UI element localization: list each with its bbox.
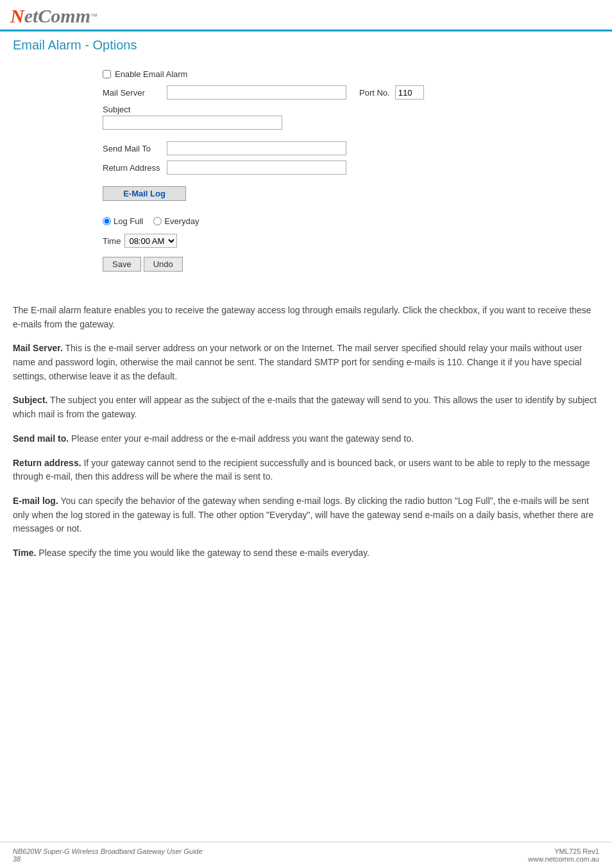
- desc-6-text: Please specify the time you would like t…: [38, 548, 370, 558]
- port-input[interactable]: [395, 85, 424, 100]
- everyday-radio[interactable]: [153, 217, 162, 225]
- send-mail-row: Send Mail To: [103, 141, 599, 155]
- mail-server-label: Mail Server: [103, 88, 167, 98]
- return-address-row: Return Address: [103, 161, 599, 175]
- form-area: Enable Email Alarm Mail Server Port No. …: [26, 63, 599, 278]
- desc-2-text: The subject you enter will appear as the…: [13, 395, 597, 419]
- log-full-option[interactable]: Log Full: [103, 216, 143, 226]
- email-log-button[interactable]: E-Mail Log: [103, 186, 186, 201]
- footer-left: NB620W Super-G Wireless Broadband Gatewa…: [13, 847, 203, 863]
- page-title-bar: Email Alarm - Options: [0, 31, 612, 56]
- everyday-label: Everyday: [164, 216, 199, 226]
- desc-para-0: The E-mail alarm feature enables you to …: [13, 304, 599, 331]
- main-content: Enable Email Alarm Mail Server Port No. …: [0, 56, 612, 304]
- desc-5-prefix: E-mail log.: [13, 496, 58, 506]
- desc-para-5: E-mail log. You can specify the behavior…: [13, 494, 599, 536]
- desc-4-text: If your gateway cannot send to the recip…: [13, 458, 590, 482]
- desc-1-text: This is the e-mail server address on you…: [13, 343, 582, 381]
- return-address-label: Return Address: [103, 163, 167, 173]
- logo: NetComm ™: [10, 5, 98, 27]
- subject-row: Subject: [103, 105, 599, 130]
- mail-server-input[interactable]: [167, 85, 346, 100]
- btn-row: Save Undo: [103, 257, 599, 272]
- enable-label: Enable Email Alarm: [115, 69, 187, 79]
- radio-row: Log Full Everyday: [103, 216, 599, 226]
- logo-n: N: [10, 5, 24, 26]
- subject-label: Subject: [103, 105, 167, 114]
- desc-para-6: Time. Please specify the time you would …: [13, 546, 599, 560]
- footer: NB620W Super-G Wireless Broadband Gatewa…: [0, 842, 612, 868]
- desc-3-prefix: Send mail to.: [13, 433, 69, 444]
- desc-para-4: Return address. If your gateway cannot s…: [13, 456, 599, 484]
- enable-row: Enable Email Alarm: [103, 69, 599, 79]
- desc-4-prefix: Return address.: [13, 458, 81, 468]
- logo-rest: etComm: [24, 5, 90, 26]
- logo-tm: ™: [90, 12, 98, 20]
- return-address-input[interactable]: [167, 161, 346, 175]
- mail-server-row: Mail Server Port No.: [103, 85, 599, 100]
- desc-6-prefix: Time.: [13, 548, 36, 558]
- description-section: The E-mail alarm feature enables you to …: [0, 304, 612, 584]
- log-full-radio[interactable]: [103, 217, 111, 225]
- email-log-section: E-Mail Log: [103, 186, 599, 209]
- footer-page-number: 38: [13, 855, 203, 863]
- desc-para-3: Send mail to. Please enter your e-mail a…: [13, 432, 599, 446]
- desc-2-prefix: Subject.: [13, 395, 47, 405]
- desc-5-text: You can specify the behavior of the gate…: [13, 496, 593, 534]
- desc-3-text: Please enter your e-mail address or the …: [71, 433, 414, 444]
- footer-right: YML725 Rev1 www.netcomm.com.au: [528, 847, 599, 863]
- footer-guide-title: NB620W Super-G Wireless Broadband Gatewa…: [13, 847, 203, 855]
- desc-para-2: Subject. The subject you enter will appe…: [13, 394, 599, 421]
- save-button[interactable]: Save: [103, 257, 141, 272]
- footer-revision: YML725 Rev1: [528, 847, 599, 855]
- radio-group: Log Full Everyday: [103, 216, 199, 226]
- page-title: Email Alarm - Options: [13, 38, 599, 53]
- send-mail-label: Send Mail To: [103, 144, 167, 153]
- desc-0-text: The E-mail alarm feature enables you to …: [13, 305, 591, 329]
- send-mail-input[interactable]: [167, 141, 346, 155]
- time-row: Time 08:00 AM 09:00 AM 10:00 AM 11:00 AM…: [103, 234, 599, 248]
- enable-checkbox[interactable]: [103, 70, 111, 78]
- header: NetComm ™: [0, 0, 612, 31]
- desc-1-prefix: Mail Server.: [13, 343, 63, 353]
- subject-input[interactable]: [103, 116, 282, 130]
- time-select[interactable]: 08:00 AM 09:00 AM 10:00 AM 11:00 AM 12:0…: [124, 234, 177, 248]
- footer-website: www.netcomm.com.au: [528, 855, 599, 863]
- everyday-option[interactable]: Everyday: [153, 216, 199, 226]
- log-full-label: Log Full: [114, 216, 143, 226]
- port-label: Port No.: [359, 88, 390, 98]
- undo-button[interactable]: Undo: [144, 257, 183, 272]
- time-label: Time: [103, 236, 121, 246]
- desc-para-1: Mail Server. This is the e-mail server a…: [13, 342, 599, 383]
